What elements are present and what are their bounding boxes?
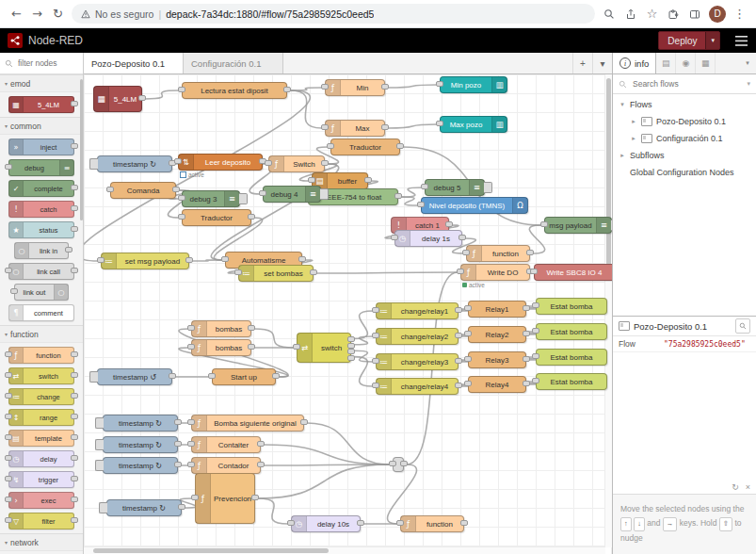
flow-node-debug4[interactable]: debug 4≡ — [263, 186, 321, 203]
flow-node-estat3[interactable]: Estat bomba — [536, 349, 607, 366]
flow-node-fn1[interactable]: ƒfunction — [466, 245, 530, 262]
node-input-port[interactable] — [372, 383, 379, 388]
flow-node-nivel[interactable]: Nivel depósito (TMNS)Ω — [421, 197, 528, 214]
node-input-port[interactable] — [5, 434, 12, 440]
tree-chevron-icon[interactable]: ▸ — [619, 152, 626, 159]
node-input-port[interactable] — [178, 87, 185, 92]
node-output-port[interactable] — [310, 269, 317, 275]
flow-node-relay4[interactable]: Relay4 — [468, 376, 526, 393]
flow-node-startup[interactable]: Start up — [212, 368, 276, 385]
node-output-port[interactable] — [455, 358, 462, 364]
back-icon[interactable]: ← — [9, 8, 24, 20]
node-output-port[interactable] — [321, 160, 329, 166]
kebab-menu-icon[interactable]: ⋮ — [732, 8, 747, 20]
node-input-port[interactable] — [5, 393, 12, 399]
node-output-port[interactable] — [71, 101, 78, 106]
inject-button[interactable] — [99, 502, 107, 513]
sidebar-tab-help-icon[interactable]: ▤ — [656, 53, 676, 73]
inject-button[interactable] — [89, 371, 98, 383]
flow-node-max[interactable]: ƒMax — [325, 120, 385, 137]
tree-item-subflows[interactable]: ▸Subflows — [613, 147, 756, 164]
tree-chevron-icon[interactable]: ▸ — [630, 118, 637, 125]
flow-node-setbombas[interactable]: ≔set bombas — [238, 265, 314, 282]
flow-node-ts4[interactable]: timestamp ↻ — [103, 436, 178, 453]
node-input-port[interactable] — [372, 307, 379, 313]
wire[interactable] — [401, 187, 422, 197]
node-output-port[interactable] — [71, 205, 78, 211]
tree-item-configuraci-n-0-1[interactable]: ▸Configuración 0.1 — [613, 130, 756, 147]
node-input-port[interactable] — [532, 302, 539, 308]
node-input-port[interactable] — [106, 187, 114, 192]
palette-node-range[interactable]: ↕range — [8, 409, 74, 426]
palette-filter[interactable] — [0, 53, 83, 74]
node-output-port[interactable] — [455, 383, 462, 388]
node-output-port[interactable] — [71, 476, 78, 481]
flow-node-msgpayload[interactable]: msg payload≡ — [544, 217, 612, 234]
palette-scrollbar[interactable] — [80, 79, 83, 220]
wire[interactable] — [307, 423, 390, 464]
node-output-port[interactable] — [71, 268, 78, 273]
node-output-port[interactable] — [272, 373, 280, 379]
node-input-port[interactable] — [421, 184, 428, 189]
node-input-port[interactable] — [259, 190, 266, 196]
node-output-port[interactable] — [71, 226, 78, 232]
node-output-port[interactable] — [174, 441, 182, 447]
node-output-port[interactable] — [248, 325, 255, 331]
node-input-port[interactable] — [532, 378, 539, 383]
node-output-port[interactable] — [298, 256, 306, 262]
wire[interactable] — [258, 498, 288, 524]
side-panel-icon[interactable] — [687, 8, 702, 20]
flows-search[interactable]: ▾ — [613, 74, 756, 94]
node-output-port[interactable] — [523, 381, 530, 386]
node-input-port[interactable] — [191, 495, 199, 500]
wire[interactable] — [258, 464, 390, 498]
node-input-port[interactable] — [532, 328, 539, 334]
flow-node-relay1[interactable]: Relay1 — [468, 301, 526, 318]
node-input-port[interactable] — [5, 268, 12, 273]
flow-node-bigswitch[interactable]: ⇄switch — [297, 333, 351, 363]
flow-node-chg3[interactable]: ≔change/relay3 — [376, 353, 458, 370]
flow-node-leer[interactable]: ⇅Leer depositoactive — [178, 154, 263, 171]
node-output-port[interactable] — [71, 434, 78, 440]
node-output-port[interactable] — [71, 497, 78, 502]
flow-node-prevencion[interactable]: ƒPrevencion — [195, 473, 255, 524]
flow-node-comanda[interactable]: Comanda — [110, 182, 176, 199]
close-icon[interactable]: × — [746, 482, 750, 492]
sidebar-tab-debug-icon[interactable]: ◉ — [676, 53, 696, 73]
node-input-port[interactable] — [178, 195, 185, 201]
node-input-port[interactable] — [174, 158, 182, 164]
profile-avatar[interactable]: D — [709, 6, 726, 23]
node-input-port[interactable] — [265, 160, 272, 166]
node-output-port[interactable] — [347, 355, 355, 361]
node-input-port[interactable] — [372, 358, 379, 364]
flow-node-debug5[interactable]: debug 5≡ — [425, 179, 485, 196]
node-output-port[interactable] — [347, 343, 355, 349]
node-input-port[interactable] — [436, 81, 443, 87]
bookmark-star-icon[interactable]: ☆ — [645, 8, 659, 20]
node-output-port[interactable] — [71, 517, 78, 523]
flow-node-relay3[interactable]: Relay3 — [468, 351, 526, 368]
palette-category-network[interactable]: ▾network — [0, 533, 83, 551]
palette-node-trigger[interactable]: ↯trigger — [8, 471, 74, 488]
flows-filter-caret-icon[interactable]: ▾ — [747, 80, 750, 88]
node-output-port[interactable] — [396, 143, 404, 149]
node-input-port[interactable] — [187, 419, 195, 425]
flow-node-chg4[interactable]: ≔change/relay4 — [376, 378, 458, 395]
node-output-port[interactable] — [526, 250, 534, 255]
flow-node-bombas1[interactable]: ƒbombas — [191, 320, 251, 337]
node-output-port[interactable] — [364, 177, 372, 183]
palette-node-link-in[interactable]: ○link in — [14, 242, 69, 259]
inject-button[interactable] — [95, 460, 104, 471]
node-input-port[interactable] — [97, 257, 105, 263]
tree-chevron-icon[interactable]: ▸ — [630, 135, 637, 142]
palette-node-debug[interactable]: debug≡ — [8, 159, 74, 176]
flows-search-input[interactable] — [631, 78, 743, 90]
node-output-port[interactable] — [445, 221, 453, 227]
inject-button[interactable] — [95, 417, 104, 429]
flow-node-chg2[interactable]: ≔change/relay2 — [376, 328, 458, 345]
node-output-port[interactable] — [138, 95, 146, 101]
node-input-port[interactable] — [457, 269, 464, 274]
flow-node-bombasig[interactable]: ƒBomba siguiente original — [191, 415, 304, 432]
flow-node-lectura[interactable]: Lectura estat diposit — [182, 82, 287, 99]
refresh-icon[interactable]: ↻ — [732, 482, 739, 492]
